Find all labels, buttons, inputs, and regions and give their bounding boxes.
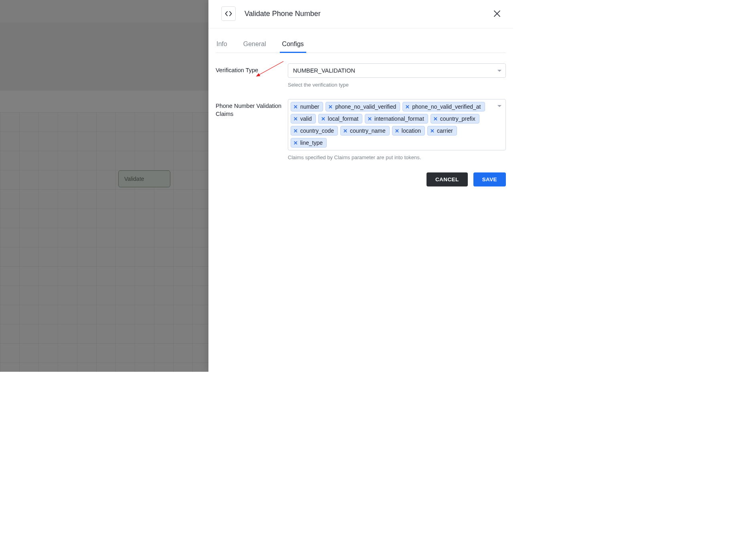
chip-label: local_format (328, 115, 358, 122)
chevron-down-icon (497, 70, 501, 72)
claim-chip[interactable]: ✕local_format (318, 114, 362, 124)
tab-general[interactable]: General (243, 38, 267, 53)
chip-remove-icon[interactable]: ✕ (343, 128, 348, 134)
chip-remove-icon[interactable]: ✕ (328, 104, 333, 109)
claim-chip[interactable]: ✕carrier (427, 126, 457, 136)
chip-remove-icon[interactable]: ✕ (430, 128, 435, 134)
chip-remove-icon[interactable]: ✕ (395, 128, 399, 134)
select-verification-type-value: NUMBER_VALIDATION (293, 67, 497, 74)
chip-label: country_code (300, 128, 334, 134)
side-panel: Validate Phone Number Info General Confi… (208, 0, 513, 372)
panel-header: Validate Phone Number (208, 0, 513, 28)
chip-remove-icon[interactable]: ✕ (321, 116, 325, 122)
claim-chip[interactable]: ✕phone_no_valid_verified_at (402, 102, 485, 111)
chip-container: ✕number✕phone_no_valid_verified✕phone_no… (291, 102, 494, 148)
claim-chip[interactable]: ✕international_format (365, 114, 428, 124)
tab-configs[interactable]: Configs (281, 38, 305, 53)
helper-claims: Claims specified by Claims parameter are… (288, 154, 506, 160)
chip-label: location (402, 128, 421, 134)
helper-verification-type: Select the verification type (288, 82, 506, 88)
claim-chip[interactable]: ✕country_prefix (431, 114, 479, 124)
label-claims: Phone Number Validation Claims (216, 99, 288, 118)
claim-chip[interactable]: ✕phone_no_valid_verified (325, 102, 400, 111)
chip-label: phone_no_valid_verified_at (412, 103, 481, 110)
cancel-button[interactable]: CANCEL (427, 172, 468, 186)
chip-label: number (300, 103, 319, 110)
row-verification-type: Verification Type NUMBER_VALIDATION Sele… (216, 63, 506, 88)
chip-label: international_format (374, 115, 424, 122)
claim-chip[interactable]: ✕valid (291, 114, 316, 124)
chip-remove-icon[interactable]: ✕ (368, 116, 372, 122)
chip-label: phone_no_valid_verified (335, 103, 396, 110)
chip-remove-icon[interactable]: ✕ (293, 140, 298, 146)
panel-body: Info General Configs Verification Type N… (208, 28, 513, 196)
row-claims: Phone Number Validation Claims ✕number✕p… (216, 99, 506, 160)
chip-remove-icon[interactable]: ✕ (405, 104, 410, 109)
chip-remove-icon[interactable]: ✕ (293, 116, 298, 122)
chip-label: valid (300, 115, 312, 122)
claim-chip[interactable]: ✕line_type (291, 138, 327, 148)
chip-remove-icon[interactable]: ✕ (293, 104, 298, 109)
chevron-down-icon (497, 105, 501, 107)
save-button[interactable]: SAVE (473, 172, 506, 186)
select-verification-type[interactable]: NUMBER_VALIDATION (288, 63, 506, 78)
label-verification-type: Verification Type (216, 63, 288, 75)
chip-remove-icon[interactable]: ✕ (433, 116, 438, 122)
close-icon (493, 10, 501, 17)
tab-info[interactable]: Info (216, 38, 228, 53)
panel-title: Validate Phone Number (245, 10, 492, 18)
claim-chip[interactable]: ✕location (392, 126, 425, 136)
claim-chip[interactable]: ✕number (291, 102, 323, 111)
chip-label: country_prefix (440, 115, 475, 122)
tab-bar: Info General Configs (216, 38, 506, 53)
chip-label: country_name (350, 128, 386, 134)
button-row: CANCEL SAVE (216, 172, 506, 186)
close-button[interactable] (492, 9, 502, 18)
claim-chip[interactable]: ✕country_name (340, 126, 390, 136)
chip-remove-icon[interactable]: ✕ (293, 128, 298, 134)
multiselect-claims[interactable]: ✕number✕phone_no_valid_verified✕phone_no… (288, 99, 506, 150)
chip-label: carrier (437, 128, 453, 134)
code-icon (221, 6, 236, 21)
chip-label: line_type (300, 140, 323, 146)
claim-chip[interactable]: ✕country_code (291, 126, 338, 136)
